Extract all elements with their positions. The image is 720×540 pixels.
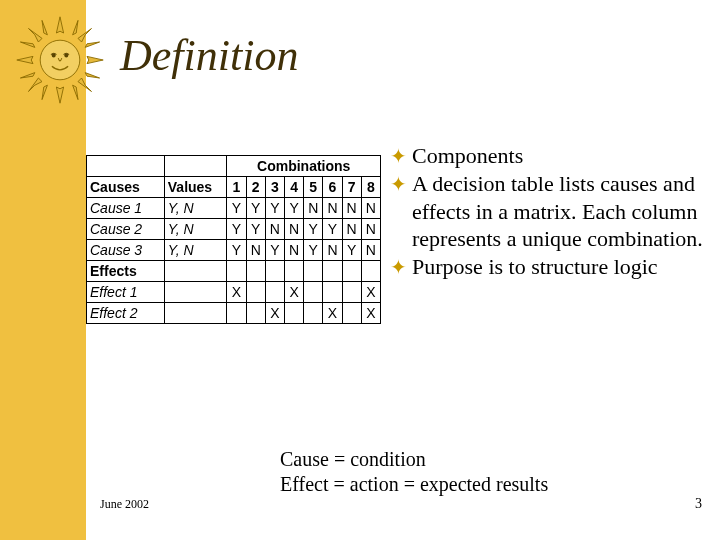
decision-table: Combinations Causes Values 1 2 3 4 5 6 7…: [86, 155, 381, 324]
svg-marker-13: [85, 73, 99, 78]
footer-date: June 2002: [100, 497, 149, 512]
svg-marker-8: [42, 20, 47, 34]
svg-marker-1: [56, 87, 63, 103]
svg-marker-0: [56, 17, 63, 33]
svg-point-16: [40, 40, 80, 80]
equation-line: Effect = action = expected results: [280, 472, 548, 497]
bullet-text: A decision table lists causes and effect…: [412, 170, 710, 253]
list-item: ✦ Purpose is to structure logic: [390, 253, 710, 281]
svg-marker-9: [73, 20, 78, 34]
svg-marker-6: [29, 78, 43, 92]
table-row: Effects: [87, 261, 381, 282]
slide-title: Definition: [120, 30, 298, 81]
bullet-list: ✦ Components ✦ A decision table lists ca…: [390, 142, 710, 281]
combinations-header: Combinations: [227, 156, 381, 177]
list-item: ✦ A decision table lists causes and effe…: [390, 170, 710, 253]
table-row: Cause 2 Y, N Y Y N N Y Y N N: [87, 219, 381, 240]
svg-marker-12: [85, 42, 99, 47]
svg-marker-14: [42, 85, 47, 99]
svg-marker-5: [78, 29, 92, 43]
bullet-icon: ✦: [390, 142, 412, 170]
svg-marker-4: [29, 29, 43, 43]
svg-marker-3: [87, 56, 103, 63]
footer-page-number: 3: [695, 496, 702, 512]
equation-line: Cause = condition: [280, 447, 548, 472]
bullet-text: Components: [412, 142, 710, 170]
equations-block: Cause = condition Effect = action = expe…: [280, 447, 548, 497]
causes-header: Causes: [87, 177, 165, 198]
svg-marker-11: [20, 73, 34, 78]
table-row: Cause 3 Y, N Y N Y N Y N Y N: [87, 240, 381, 261]
bullet-icon: ✦: [390, 253, 412, 281]
table-row: Effect 1 X X X: [87, 282, 381, 303]
svg-marker-10: [20, 42, 34, 47]
svg-marker-15: [73, 85, 78, 99]
svg-marker-7: [78, 78, 92, 92]
effects-header: Effects: [87, 261, 165, 282]
table-row: Cause 1 Y, N Y Y Y Y N N N N: [87, 198, 381, 219]
table-row: Effect 2 X X X: [87, 303, 381, 324]
table-row: Combinations: [87, 156, 381, 177]
list-item: ✦ Components: [390, 142, 710, 170]
svg-marker-2: [17, 56, 33, 63]
bullet-icon: ✦: [390, 170, 412, 253]
bullet-text: Purpose is to structure logic: [412, 253, 710, 281]
sun-icon: [15, 15, 105, 105]
table-row: Causes Values 1 2 3 4 5 6 7 8: [87, 177, 381, 198]
values-header: Values: [164, 177, 227, 198]
